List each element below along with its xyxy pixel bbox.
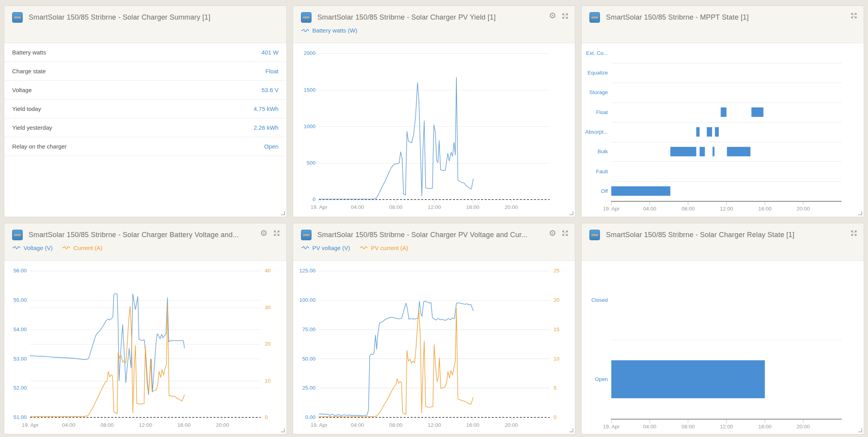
svg-text:19. Apr: 19. Apr xyxy=(603,206,620,212)
svg-text:Ext. Co...: Ext. Co... xyxy=(586,50,608,56)
svg-text:Absorpt...: Absorpt... xyxy=(585,129,608,135)
svg-text:20:00: 20:00 xyxy=(216,422,229,428)
svg-text:2000: 2000 xyxy=(304,50,315,56)
panel-header: SmartSolar 150/85 Stribrne - Solar Charg… xyxy=(4,6,286,43)
svg-text:16:00: 16:00 xyxy=(758,423,772,429)
resize-handle[interactable] xyxy=(858,211,862,215)
svg-text:51.00: 51.00 xyxy=(13,414,27,420)
panel-pv-yield: SmartSolar 150/85 Stribrne - Solar Charg… xyxy=(293,5,576,217)
battery-voltage-current-chart[interactable]: 19. Apr04:0008:0012:0016:0020:0051.0052.… xyxy=(4,261,286,434)
chart-area[interactable]: Ext. Co...EqualizeStorageFloatAbsorpt...… xyxy=(582,43,864,217)
legend: PV voltage (V) PV current (A) xyxy=(301,245,568,251)
resize-handle[interactable] xyxy=(858,428,862,432)
svg-text:0.00: 0.00 xyxy=(305,414,315,420)
svg-text:19. Apr: 19. Apr xyxy=(310,422,327,428)
panel-battery-voltage-current: SmartSolar 150/85 Stribrne - Solar Charg… xyxy=(4,223,287,435)
table-row: Relay on the charger Open xyxy=(4,137,286,156)
legend-item[interactable]: Voltage (V) xyxy=(12,245,53,251)
panel-header: SmartSolar 150/85 Stribrne - Solar Charg… xyxy=(4,223,286,261)
legend-label: PV voltage (V) xyxy=(312,245,350,251)
expand-icon[interactable] xyxy=(273,229,281,237)
svg-text:56.00: 56.00 xyxy=(13,268,27,274)
svg-text:16:00: 16:00 xyxy=(466,422,479,428)
row-value: 53.6 V xyxy=(261,87,278,93)
pv-voltage-current-chart[interactable]: 19. Apr04:0008:0012:0016:0020:000.0025.0… xyxy=(293,261,575,434)
solar-charger-device-icon xyxy=(589,12,600,23)
svg-text:16:00: 16:00 xyxy=(178,422,191,428)
row-value: 2.26 kWh xyxy=(254,124,278,131)
relay-state-chart[interactable]: ClosedOpen19. Apr04:0008:0012:0016:0020:… xyxy=(582,261,864,434)
resize-handle[interactable] xyxy=(569,211,573,215)
resize-handle[interactable] xyxy=(569,428,573,432)
svg-text:20:00: 20:00 xyxy=(797,423,810,429)
svg-text:40: 40 xyxy=(265,268,271,274)
series-line-icon xyxy=(301,28,310,33)
summary-table: Battery watts 401 W Charge state Float V… xyxy=(4,43,286,217)
chart-area[interactable]: ClosedOpen19. Apr04:0008:0012:0016:0020:… xyxy=(582,261,864,434)
svg-text:12:00: 12:00 xyxy=(139,422,152,428)
svg-text:Storage: Storage xyxy=(589,89,608,95)
legend: Battery watts (W) xyxy=(301,27,568,34)
gear-icon[interactable]: ⚙ xyxy=(549,229,556,238)
svg-text:12:00: 12:00 xyxy=(428,204,441,210)
svg-text:16:00: 16:00 xyxy=(758,206,772,212)
row-value: Open xyxy=(264,143,279,150)
legend-label: Voltage (V) xyxy=(24,245,53,251)
svg-text:04:00: 04:00 xyxy=(351,204,364,210)
svg-text:Fault: Fault xyxy=(596,169,608,174)
svg-text:20: 20 xyxy=(553,297,559,303)
row-value: 4.75 kWh xyxy=(254,105,278,112)
svg-text:12:00: 12:00 xyxy=(720,206,733,212)
table-row: Yield today 4.75 kWh xyxy=(4,100,286,118)
legend-item[interactable]: Current (A) xyxy=(62,245,102,251)
svg-text:19. Apr: 19. Apr xyxy=(310,204,327,210)
svg-text:25: 25 xyxy=(553,268,559,274)
row-value: 401 W xyxy=(261,49,278,56)
row-label: Battery watts xyxy=(12,49,46,56)
panel-title: SmartSolar 150/85 Stribrne - Solar Charg… xyxy=(317,13,496,22)
series-line-icon xyxy=(301,245,310,250)
row-label: Relay on the charger xyxy=(12,143,67,150)
legend-item[interactable]: Battery watts (W) xyxy=(301,27,357,34)
svg-text:20: 20 xyxy=(265,341,271,347)
svg-text:54.00: 54.00 xyxy=(13,326,27,332)
resize-handle[interactable] xyxy=(281,211,285,215)
svg-text:12:00: 12:00 xyxy=(428,422,441,428)
expand-icon[interactable] xyxy=(850,229,858,237)
panel-title: SmartSolar 150/85 Stribrne - Solar Charg… xyxy=(606,231,794,239)
solar-charger-device-icon xyxy=(301,12,312,23)
panel-title: SmartSolar 150/85 Stribrne - MPPT State … xyxy=(606,13,748,22)
svg-text:10: 10 xyxy=(265,377,271,383)
legend-label: PV current (A) xyxy=(371,245,408,251)
svg-text:20:00: 20:00 xyxy=(797,206,810,212)
dashboard-grid: SmartSolar 150/85 Stribrne - Solar Charg… xyxy=(4,5,864,434)
table-row: Yield yesterday 2.26 kWh xyxy=(4,118,286,137)
mppt-state-chart[interactable]: Ext. Co...EqualizeStorageFloatAbsorpt...… xyxy=(582,43,864,217)
gear-icon[interactable]: ⚙ xyxy=(549,12,556,20)
svg-text:30: 30 xyxy=(265,304,271,310)
svg-text:20:00: 20:00 xyxy=(504,204,518,210)
svg-text:04:00: 04:00 xyxy=(643,206,656,212)
expand-icon[interactable] xyxy=(850,12,858,20)
resize-handle[interactable] xyxy=(281,428,285,432)
panel-header: SmartSolar 150/85 Stribrne - Solar Charg… xyxy=(293,223,575,261)
svg-text:15: 15 xyxy=(553,326,559,332)
solar-charger-device-icon xyxy=(12,230,23,240)
svg-text:Bulk: Bulk xyxy=(598,149,608,154)
pv-yield-chart[interactable]: 19. Apr04:0008:0012:0016:0020:0005001000… xyxy=(293,43,575,217)
svg-text:12:00: 12:00 xyxy=(720,423,733,429)
chart-area[interactable]: 19. Apr04:0008:0012:0016:0020:0005001000… xyxy=(293,43,575,217)
svg-text:Closed: Closed xyxy=(591,297,608,303)
svg-text:53.00: 53.00 xyxy=(13,355,27,361)
gear-icon[interactable]: ⚙ xyxy=(260,229,268,238)
chart-area[interactable]: 19. Apr04:0008:0012:0016:0020:000.0025.0… xyxy=(293,261,575,434)
svg-text:04:00: 04:00 xyxy=(643,423,656,429)
expand-icon[interactable] xyxy=(561,229,569,237)
legend-item[interactable]: PV current (A) xyxy=(359,245,408,251)
chart-area[interactable]: 19. Apr04:0008:0012:0016:0020:0051.0052.… xyxy=(4,261,286,434)
svg-text:Off: Off xyxy=(601,188,608,194)
expand-icon[interactable] xyxy=(561,12,569,20)
svg-text:19. Apr: 19. Apr xyxy=(22,422,39,428)
legend-item[interactable]: PV voltage (V) xyxy=(301,245,350,251)
svg-text:1000: 1000 xyxy=(304,123,315,129)
